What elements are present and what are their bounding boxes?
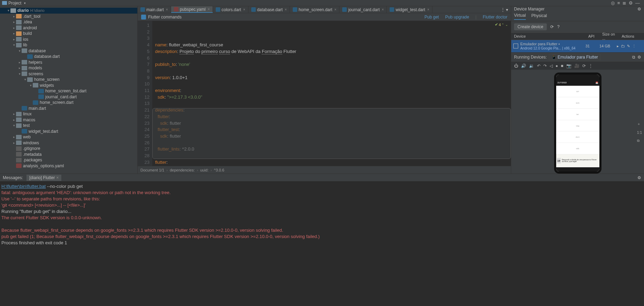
window-icon[interactable]: ⧉: [632, 55, 635, 60]
gear-icon[interactable]: ⚙: [629, 0, 633, 6]
tree-item[interactable]: ▸models: [0, 65, 137, 71]
col-device[interactable]: Device: [511, 34, 585, 38]
tree-item[interactable]: ▸linux: [0, 111, 137, 117]
code-content[interactable]: name: flutter_webapi_first_coursedescrip…: [152, 21, 511, 166]
breadcrumb-1[interactable]: dependencies:: [170, 168, 195, 172]
rotate-right-icon[interactable]: ↷: [543, 63, 547, 68]
close-icon[interactable]: ×: [285, 8, 287, 12]
close-icon[interactable]: ×: [335, 8, 337, 12]
volume-up-icon[interactable]: 🔊: [521, 63, 526, 68]
close-icon[interactable]: ×: [56, 175, 59, 180]
tree-item[interactable]: journal_card.dart: [0, 94, 137, 100]
day-card[interactable]: 19Respondi a dúvida de uma pessoa no Fór…: [556, 154, 599, 167]
day-card[interactable]: ter: [556, 109, 599, 120]
day-card[interactable]: sáb: [556, 143, 599, 154]
tree-item[interactable]: .packages: [0, 157, 137, 163]
breadcrumb-doc[interactable]: Document 1/1: [140, 168, 164, 172]
overview-icon[interactable]: ■: [561, 63, 563, 68]
minimize-icon[interactable]: —: [635, 0, 640, 6]
tree-item[interactable]: .gitignore: [0, 146, 137, 152]
close-icon[interactable]: ×: [166, 8, 168, 12]
editor-tab[interactable]: home_screen.dart×: [290, 6, 340, 13]
editor-tab[interactable]: widget_test.dart×: [387, 6, 432, 13]
editor-tab[interactable]: main.dart×: [138, 6, 171, 13]
close-icon[interactable]: ×: [427, 8, 429, 12]
zoom-reset-icon[interactable]: 1:1: [637, 131, 642, 135]
day-card[interactable]: dom: [556, 131, 599, 143]
tree-item[interactable]: ▾database: [0, 48, 137, 54]
editor-tab[interactable]: database.dart×: [248, 6, 290, 13]
tree-item[interactable]: ▸windows: [0, 140, 137, 146]
flutter-doctor-link[interactable]: Flutter doctor: [483, 15, 507, 20]
day-card[interactable]: qua: [556, 97, 599, 109]
tab-virtual[interactable]: Virtual: [514, 13, 526, 20]
help-icon[interactable]: ?: [557, 24, 560, 29]
tree-item[interactable]: ▸build: [0, 31, 137, 37]
back-icon[interactable]: ◁: [550, 63, 553, 68]
close-icon[interactable]: ×: [243, 8, 245, 12]
breadcrumb-3[interactable]: ^3.0.6: [214, 168, 224, 172]
running-device-tab[interactable]: 📱 Emulador para Flutter: [549, 54, 600, 60]
col-api[interactable]: API: [585, 34, 599, 38]
tabs-overflow[interactable]: ⋮ ▾: [498, 7, 511, 12]
tree-item[interactable]: main.dart: [0, 106, 137, 112]
camera-icon[interactable]: 📷: [566, 63, 572, 68]
tree-item[interactable]: ▸web: [0, 134, 137, 140]
col-size[interactable]: Size on ...: [599, 32, 619, 40]
home-icon[interactable]: ●: [555, 63, 558, 68]
folder-icon[interactable]: 🗀: [621, 44, 625, 48]
tree-item[interactable]: home_screen.dart: [0, 100, 137, 106]
day-card[interactable]: seg: [556, 120, 599, 132]
day-card[interactable]: qui: [556, 86, 599, 97]
editor-tab[interactable]: journal_card.dart×: [339, 6, 387, 13]
tree-item[interactable]: ▸macos: [0, 117, 137, 123]
pub-upgrade-link[interactable]: Pub upgrade: [445, 15, 469, 20]
refresh-icon[interactable]: ⟳: [550, 24, 554, 29]
zoom-fit-icon[interactable]: ⧉: [637, 139, 642, 143]
gear-icon[interactable]: ⚙: [637, 55, 641, 60]
tree-item[interactable]: ▸ios: [0, 37, 137, 43]
power-icon[interactable]: ⏻: [514, 63, 518, 68]
more-icon[interactable]: ⋮: [589, 63, 593, 68]
collapse-icon[interactable]: ≣: [622, 0, 626, 6]
tree-item[interactable]: ▸helpers: [0, 60, 137, 66]
gear-icon[interactable]: ⚙: [637, 7, 641, 12]
tree-item[interactable]: ▾screens: [0, 71, 137, 77]
code-editor[interactable]: ✔4⌃ ⌄ 1234567891011121321222324252627282…: [138, 21, 511, 166]
rotate-left-icon[interactable]: ↶: [537, 63, 540, 68]
expand-icon[interactable]: ≡: [617, 0, 620, 6]
project-dropdown[interactable]: Project ▾: [2, 1, 26, 6]
create-device-button[interactable]: Create device: [514, 23, 547, 30]
col-actions[interactable]: Actions: [619, 34, 644, 38]
tree-item[interactable]: ▸android: [0, 25, 137, 31]
play-icon[interactable]: ▸: [617, 44, 619, 48]
tree-item[interactable]: widget_test.dart: [0, 129, 137, 135]
more-icon[interactable]: ⋮: [632, 44, 636, 48]
tree-item[interactable]: ▸.dart_tool: [0, 14, 137, 20]
tree-item[interactable]: ▸.idea: [0, 19, 137, 25]
editor-tab[interactable]: pubspec.yaml×: [171, 6, 213, 13]
pub-get-link[interactable]: Pub get: [424, 15, 439, 20]
target-icon[interactable]: ◎: [611, 0, 615, 6]
tree-item[interactable]: .metadata: [0, 152, 137, 158]
tree-item[interactable]: database.dart: [0, 54, 137, 60]
breadcrumb-2[interactable]: uuid:: [200, 168, 208, 172]
zoom-in-icon[interactable]: ＋: [637, 122, 642, 127]
edit-icon[interactable]: ✎: [627, 44, 630, 48]
tree-item[interactable]: home_screen_list.dart: [0, 88, 137, 94]
close-icon[interactable]: ×: [382, 8, 384, 12]
tree-item[interactable]: ▾lib: [0, 42, 137, 48]
device-row[interactable]: Emulador para Flutter • Android 12.0 Goo…: [511, 40, 644, 52]
editor-tab[interactable]: colors.dart×: [213, 6, 248, 13]
tree-item[interactable]: ▾home_screen: [0, 77, 137, 83]
tree-item[interactable]: ▾test: [0, 123, 137, 129]
tree-item[interactable]: ▾widgets: [0, 83, 137, 89]
snapshot-icon[interactable]: ⟳: [582, 63, 586, 68]
messages-tab[interactable]: [diario] Flutter ×: [26, 175, 61, 181]
messages-terminal[interactable]: H:\flutter\bin\flutter.bat --no-color pu…: [0, 181, 644, 306]
close-icon[interactable]: ×: [208, 7, 210, 11]
tree-item[interactable]: analysis_options.yaml: [0, 163, 137, 169]
record-icon[interactable]: 🎥: [574, 63, 580, 68]
phone-frame[interactable]: 21/7/2022📅 quiquatersegdomsáb19Respondi …: [554, 72, 601, 174]
gear-icon[interactable]: ⚙: [637, 175, 641, 180]
